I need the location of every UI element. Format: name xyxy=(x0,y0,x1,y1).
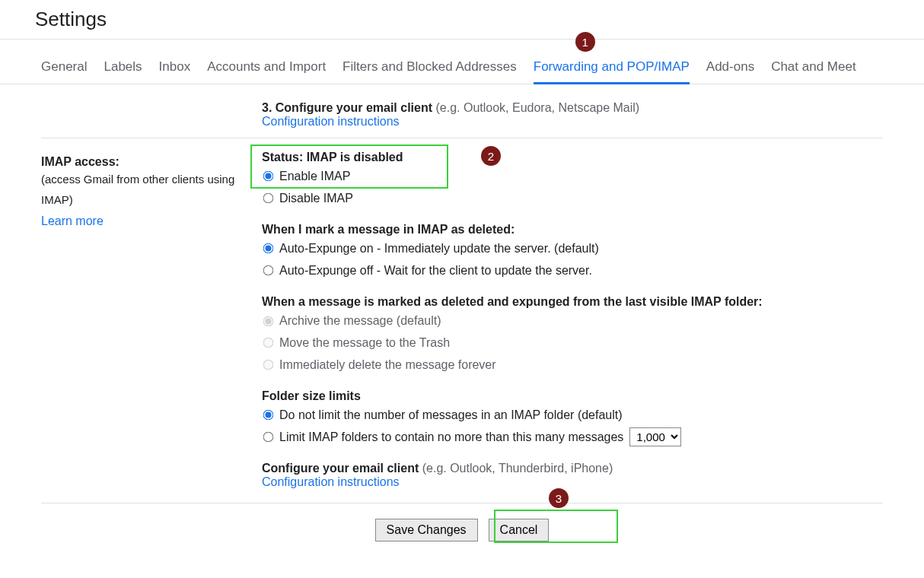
settings-tabs: General Labels Inbox Accounts and Import… xyxy=(0,56,924,84)
callout-3: 3 xyxy=(549,488,569,508)
callout-2: 2 xyxy=(481,146,501,166)
imap-configure-example: (e.g. Outlook, Thunderbird, iPhone) xyxy=(422,462,613,475)
radio-auto-expunge-off-label: Auto-Expunge off - Wait for the client t… xyxy=(279,261,592,281)
pop-step3-label: 3. Configure your email client xyxy=(262,101,436,114)
radio-disable-imap[interactable] xyxy=(263,193,274,204)
radio-enable-imap-label: Enable IMAP xyxy=(279,167,350,186)
radio-auto-expunge-on[interactable] xyxy=(263,243,274,254)
radio-limit-folders-label: Limit IMAP folders to contain no more th… xyxy=(279,427,623,447)
radio-move-trash-label: Move the message to the Trash xyxy=(279,333,450,353)
tab-accounts[interactable]: Accounts and Import xyxy=(207,56,326,84)
radio-move-trash[interactable] xyxy=(263,338,274,348)
radio-delete-forever[interactable] xyxy=(263,360,274,370)
radio-archive-msg-label: Archive the message (default) xyxy=(279,311,441,331)
imap-config-link[interactable]: Configuration instructions xyxy=(262,475,400,488)
buttons-row: 3 Save Changes Cancel xyxy=(41,503,883,557)
tab-addons[interactable]: Add-ons xyxy=(706,56,754,84)
pop-step3-row: 3. Configure your email client (e.g. Out… xyxy=(41,84,883,138)
tab-chat[interactable]: Chat and Meet xyxy=(771,56,856,84)
cancel-button[interactable]: Cancel xyxy=(489,519,550,541)
imap-status-label: Status: IMAP is disabled xyxy=(262,151,883,164)
tab-forwarding-label: Forwarding and POP/IMAP xyxy=(534,59,690,74)
tab-labels[interactable]: Labels xyxy=(104,56,142,84)
tab-forwarding[interactable]: Forwarding and POP/IMAP 1 xyxy=(534,56,690,84)
radio-limit-folders[interactable] xyxy=(263,432,274,443)
pop-step3-example: (e.g. Outlook, Eudora, Netscape Mail) xyxy=(436,101,640,114)
imap-row: IMAP access: (access Gmail from other cl… xyxy=(41,138,883,503)
pop-config-link[interactable]: Configuration instructions xyxy=(262,115,400,128)
imap-deleted-heading: When I mark a message in IMAP as deleted… xyxy=(262,223,883,237)
callout-1: 1 xyxy=(575,32,595,52)
imap-expunged-heading: When a message is marked as deleted and … xyxy=(262,295,883,309)
imap-configure-label: Configure your email client xyxy=(262,462,422,475)
imap-left-label: IMAP access: xyxy=(41,155,262,169)
radio-delete-forever-label: Immediately delete the message forever xyxy=(279,355,496,375)
radio-enable-imap[interactable] xyxy=(263,171,274,182)
tab-general[interactable]: General xyxy=(41,56,87,84)
tab-filters[interactable]: Filters and Blocked Addresses xyxy=(343,56,517,84)
imap-folder-heading: Folder size limits xyxy=(262,389,883,403)
radio-no-limit[interactable] xyxy=(263,410,274,421)
radio-no-limit-label: Do not limit the number of messages in a… xyxy=(279,405,623,425)
radio-auto-expunge-on-label: Auto-Expunge on - Immediately update the… xyxy=(279,239,599,259)
folder-limit-select[interactable]: 1,000 xyxy=(629,427,681,446)
radio-archive-msg[interactable] xyxy=(263,316,274,326)
page-title: Settings xyxy=(0,0,924,40)
imap-learn-more-link[interactable]: Learn more xyxy=(41,214,104,227)
tab-inbox[interactable]: Inbox xyxy=(159,56,191,84)
save-button[interactable]: Save Changes xyxy=(375,519,478,541)
radio-disable-imap-label: Disable IMAP xyxy=(279,189,353,208)
radio-auto-expunge-off[interactable] xyxy=(263,265,274,276)
imap-left-sub: (access Gmail from other clients using I… xyxy=(41,169,262,210)
